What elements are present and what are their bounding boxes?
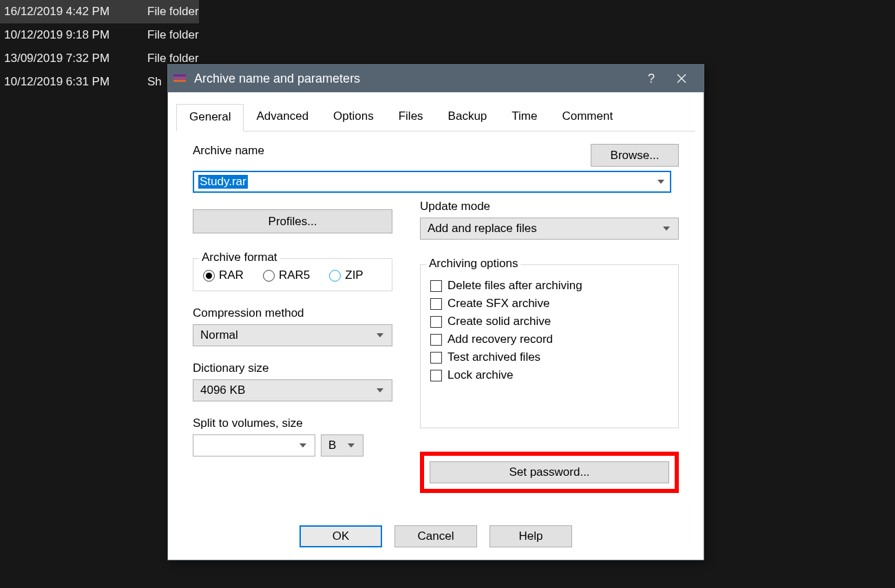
split-unit-dropdown[interactable]: B [321, 434, 364, 456]
row-date: 16/12/2019 4:42 PM [0, 5, 136, 19]
checkbox-lock[interactable]: Lock archive [430, 368, 668, 382]
archive-format-legend: Archive format [199, 251, 280, 264]
tab-time[interactable]: Time [499, 104, 549, 132]
radio-label: RAR [219, 269, 244, 282]
checkbox-icon [430, 298, 442, 310]
tab-comment[interactable]: Comment [549, 104, 625, 132]
checkbox-sfx[interactable]: Create SFX archive [430, 297, 668, 311]
dictionary-label: Dictionary size [193, 361, 392, 375]
checkbox-recovery[interactable]: Add recovery record [430, 333, 668, 346]
help-footer-button[interactable]: Help [489, 525, 572, 547]
checkbox-label: Create SFX archive [448, 297, 549, 311]
radio-label: RAR5 [279, 269, 310, 282]
profiles-button[interactable]: Profiles... [193, 209, 392, 233]
split-label: Split to volumes, size [193, 417, 392, 430]
titlebar[interactable]: Archive name and parameters ? [168, 65, 704, 92]
browse-button[interactable]: Browse... [591, 144, 679, 167]
chevron-down-icon [348, 443, 355, 448]
list-row[interactable]: 16/12/2019 4:42 PM File folder [0, 0, 199, 23]
radio-label: ZIP [345, 269, 363, 282]
checkbox-label: Create solid archive [448, 315, 551, 328]
checkbox-icon [430, 334, 442, 346]
update-mode-label: Update mode [420, 200, 679, 213]
checkbox-delete-files[interactable]: Delete files after archiving [430, 279, 668, 293]
row-date: 13/09/2019 7:32 PM [0, 52, 136, 65]
tab-advanced[interactable]: Advanced [244, 104, 321, 132]
chevron-down-icon [377, 333, 383, 337]
radio-icon [329, 270, 341, 282]
row-date: 10/12/2019 6:31 PM [0, 75, 136, 89]
winrar-icon [172, 71, 187, 86]
row-type: File folder [136, 52, 199, 65]
dialog-footer: OK Cancel Help [168, 516, 704, 560]
compression-label: Compression method [193, 306, 392, 320]
row-date: 10/12/2019 9:18 PM [0, 28, 136, 42]
format-radio-group: RAR RAR5 ZIP [203, 269, 382, 282]
update-mode-dropdown[interactable]: Add and replace files [420, 218, 679, 240]
dictionary-dropdown[interactable]: 4096 KB [193, 379, 392, 401]
checkbox-icon [430, 352, 442, 364]
cancel-button[interactable]: Cancel [394, 525, 477, 547]
row-type: File folder [136, 5, 199, 19]
chevron-down-icon [663, 227, 670, 231]
split-size-input[interactable] [193, 434, 315, 456]
chevron-down-icon [377, 388, 383, 392]
archive-name-label: Archive name [193, 144, 264, 158]
row-type: File folder [136, 28, 199, 42]
set-password-button[interactable]: Set password... [430, 461, 669, 483]
tab-backup[interactable]: Backup [436, 104, 500, 132]
chevron-down-icon [299, 443, 306, 448]
checkbox-icon [430, 370, 442, 381]
checkbox-icon [430, 316, 442, 328]
radio-rar[interactable]: RAR [203, 269, 244, 282]
tab-files[interactable]: Files [386, 104, 436, 132]
set-password-highlight: Set password... [420, 452, 679, 493]
compression-dropdown[interactable]: Normal [193, 324, 392, 346]
chevron-down-icon[interactable] [657, 180, 664, 184]
archive-dialog: Archive name and parameters ? General Ad… [167, 64, 704, 560]
row-type: Sh [136, 75, 162, 89]
svg-rect-0 [173, 74, 186, 76]
dropdown-value: B [328, 439, 336, 452]
checkbox-label: Delete files after archiving [448, 279, 582, 293]
dropdown-value: Normal [200, 328, 238, 342]
checkbox-icon [430, 280, 442, 292]
archive-name-value: Study.rar [198, 175, 248, 189]
list-row[interactable]: 10/12/2019 9:18 PM File folder [0, 23, 199, 47]
checkbox-label: Test archived files [448, 350, 540, 364]
checkbox-test[interactable]: Test archived files [430, 350, 668, 364]
dropdown-value: Add and replace files [428, 222, 537, 235]
radio-rar5[interactable]: RAR5 [263, 269, 310, 282]
ok-button[interactable]: OK [299, 525, 382, 547]
checkbox-solid[interactable]: Create solid archive [430, 315, 668, 328]
tab-options[interactable]: Options [321, 104, 386, 132]
close-button[interactable] [666, 65, 697, 92]
radio-icon [263, 270, 275, 282]
archive-name-input[interactable]: Study.rar [193, 171, 671, 193]
tab-strip: General Advanced Options Files Backup Ti… [176, 103, 695, 132]
checkbox-label: Lock archive [448, 368, 513, 382]
dropdown-value: 4096 KB [200, 384, 245, 397]
tab-general[interactable]: General [176, 104, 244, 132]
svg-rect-1 [173, 77, 186, 79]
general-panel: Archive name Browse... Study.rar Profile… [168, 132, 704, 516]
checkbox-label: Add recovery record [448, 333, 553, 346]
archiving-options-legend: Archiving options [426, 257, 520, 271]
help-button[interactable]: ? [636, 65, 666, 92]
dialog-title: Archive name and parameters [194, 72, 636, 86]
svg-rect-2 [173, 80, 186, 82]
radio-zip[interactable]: ZIP [329, 269, 363, 282]
radio-icon [203, 270, 215, 282]
